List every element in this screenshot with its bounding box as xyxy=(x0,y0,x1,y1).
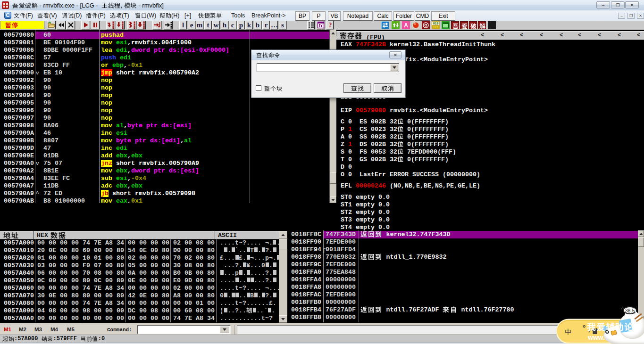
svg-text:101: 101 xyxy=(433,26,439,29)
svg-text:010: 010 xyxy=(433,22,439,25)
svg-text:A: A xyxy=(404,22,408,29)
svg-text:?: ? xyxy=(329,22,332,29)
